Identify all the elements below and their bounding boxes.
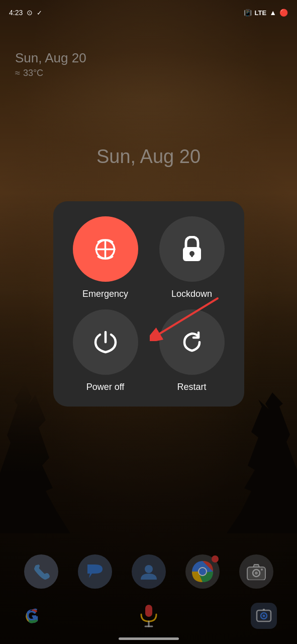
svg-line-7 <box>160 298 218 334</box>
home-indicator <box>119 637 179 640</box>
poweroff-circle <box>73 309 138 375</box>
battery-icon: 🔴 <box>279 9 288 17</box>
emergency-circle <box>73 216 138 282</box>
lock-icon <box>181 236 203 262</box>
lockdown-circle <box>159 216 225 282</box>
nfc-icon: ⊙ <box>27 9 33 17</box>
status-bar: 4:23 ⊙ ✓ 📳 LTE ▲ 🔴 <box>0 0 297 25</box>
poweroff-button[interactable]: Power off <box>67 309 144 392</box>
lockdown-button[interactable]: Lockdown <box>154 216 230 299</box>
restart-label: Restart <box>177 382 206 392</box>
svg-rect-5 <box>191 254 193 257</box>
time-display: 4:23 <box>9 9 23 17</box>
vibrate-icon: 📳 <box>244 9 252 17</box>
red-arrow-indicator <box>150 296 220 341</box>
emergency-button[interactable]: Emergency <box>67 216 144 299</box>
check-icon: ✓ <box>37 9 42 17</box>
status-right: 📳 LTE ▲ 🔴 <box>244 9 288 17</box>
poweroff-label: Power off <box>86 382 125 392</box>
lte-label: LTE <box>255 9 267 17</box>
signal-icon: ▲ <box>269 9 276 17</box>
power-icon <box>93 330 118 355</box>
status-left: 4:23 ⊙ ✓ <box>9 9 42 17</box>
emergency-icon <box>91 235 119 263</box>
emergency-label: Emergency <box>82 289 128 299</box>
